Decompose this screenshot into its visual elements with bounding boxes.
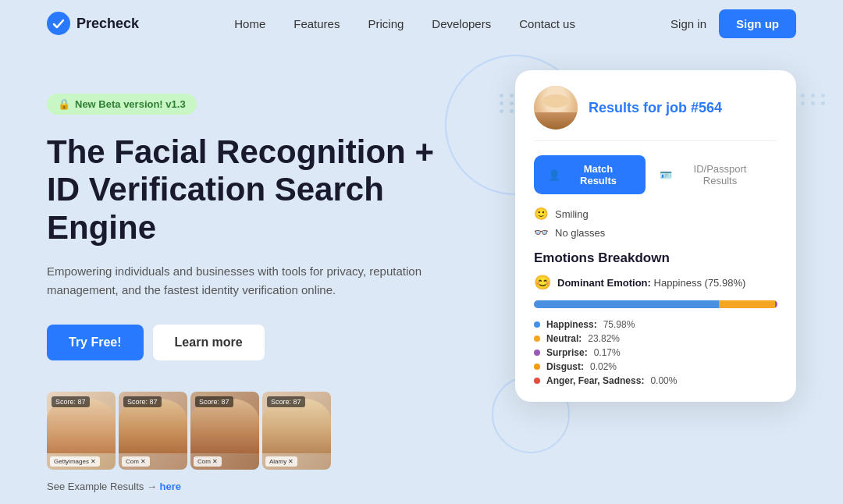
surprise-value: 0.17% — [594, 347, 621, 358]
avatar — [534, 86, 578, 130]
happiness-dot — [534, 321, 540, 328]
nav-contact[interactable]: Contact us — [519, 17, 575, 30]
badge-text: New Beta version! v1.3 — [75, 98, 186, 110]
results-card: Results for job #564 👤 Match Results 🪪 I… — [515, 70, 796, 402]
hero-section: 🔒 New Beta version! v1.3 The Facial Reco… — [0, 47, 843, 504]
happiness-value: 75.98% — [603, 319, 635, 330]
tab-id-results[interactable]: 🪪 ID/Passport Results — [646, 155, 777, 194]
smile-icon: 🙂 — [534, 207, 549, 221]
logo-text: Precheck — [76, 16, 139, 32]
source-badge-1: Gettyimages ✕ — [50, 456, 100, 467]
hero-buttons: Try Free! Learn more — [47, 325, 468, 360]
sample-image-3: Score: 87 Com ✕ — [190, 392, 259, 470]
nav-home[interactable]: Home — [234, 17, 265, 30]
attr-smiling: 🙂 Smiling — [534, 207, 777, 221]
job-title: Results for job #564 — [589, 100, 722, 116]
surprise-dot — [534, 350, 540, 356]
score-badge-4: Score: 87 — [267, 396, 305, 407]
card-header: Results for job #564 — [534, 86, 777, 141]
sample-image-2: Score: 87 Com ✕ — [119, 392, 187, 470]
hero-subtitle: Empowering individuals and businesses wi… — [47, 262, 422, 300]
tab-id-label: ID/Passport Results — [677, 163, 763, 186]
source-badge-3: Com ✕ — [194, 456, 222, 467]
hero-title: The Facial Recognition + ID Verification… — [47, 133, 468, 247]
anger-value: 0.00% — [650, 375, 677, 386]
score-badge-1: Score: 87 — [52, 396, 90, 407]
dominant-label: Dominant Emotion: — [557, 277, 651, 289]
emotion-neutral: Neutral: 23.82% — [534, 333, 777, 344]
dominant-value: Happiness (75.98%) — [654, 277, 746, 289]
navbar: Precheck Home Features Pricing Developer… — [0, 0, 843, 47]
disgust-label: Disgust: — [546, 361, 584, 372]
tab-match-label: Match Results — [565, 163, 631, 186]
emotion-happiness: Happiness: 75.98% — [534, 319, 777, 330]
glasses-icon: 👓 — [534, 225, 549, 240]
disgust-dot — [534, 364, 540, 370]
smiling-label: Smiling — [555, 208, 589, 220]
source-badge-2: Com ✕ — [122, 456, 150, 467]
user-icon: 👤 — [548, 169, 560, 181]
dominant-emotion-text: Dominant Emotion: Happiness (75.98%) — [557, 277, 745, 289]
dominant-emotion-row: 😊 Dominant Emotion: Happiness (75.98%) — [534, 274, 777, 291]
nav-links: Home Features Pricing Developers Contact… — [234, 17, 575, 30]
score-badge-3: Score: 87 — [195, 396, 233, 407]
title-line1: The Facial Recognition + — [47, 133, 434, 170]
happiness-label: Happiness: — [546, 319, 597, 330]
neutral-value: 23.82% — [588, 333, 620, 344]
logo-icon — [47, 12, 70, 35]
nav-pricing[interactable]: Pricing — [368, 17, 404, 30]
surprise-label: Surprise: — [546, 347, 588, 358]
logo[interactable]: Precheck — [47, 12, 139, 35]
anger-label: Anger, Fear, Sadness: — [546, 375, 644, 386]
dominant-emotion-icon: 😊 — [534, 274, 551, 291]
emotions-title: Emotions Breakdown — [534, 250, 777, 266]
hero-left: 🔒 New Beta version! v1.3 The Facial Reco… — [47, 78, 468, 492]
signin-button[interactable]: Sign in — [670, 17, 706, 30]
source-badge-4: Alamy ✕ — [265, 456, 297, 467]
anger-dot — [534, 378, 540, 384]
card-tabs: 👤 Match Results 🪪 ID/Passport Results — [534, 155, 777, 194]
badge-icon: 🔒 — [58, 98, 70, 110]
emotion-disgust: Disgust: 0.02% — [534, 361, 777, 372]
sample-images: Score: 87 Gettyimages ✕ Score: 87 Com ✕ … — [47, 392, 468, 470]
signup-button[interactable]: Sign up — [719, 9, 796, 38]
see-example: See Example Results → here — [47, 481, 468, 492]
progress-happiness — [534, 300, 719, 308]
no-glasses-label: No glasses — [555, 227, 605, 239]
nav-features[interactable]: Features — [293, 17, 340, 30]
nav-developers[interactable]: Developers — [432, 17, 491, 30]
see-example-text: See Example Results → — [47, 481, 157, 492]
progress-neutral — [719, 300, 775, 308]
learn-more-button[interactable]: Learn more — [153, 325, 265, 360]
see-example-link[interactable]: here — [160, 481, 181, 492]
emotion-list: Happiness: 75.98% Neutral: 23.82% Surpri… — [534, 319, 777, 386]
nav-actions: Sign in Sign up — [670, 9, 796, 38]
progress-other — [775, 300, 777, 308]
title-line2: ID Verification Search Engine — [47, 171, 384, 245]
try-free-button[interactable]: Try Free! — [47, 325, 144, 360]
disgust-value: 0.02% — [590, 361, 617, 372]
sample-image-4: Score: 87 Alamy ✕ — [262, 392, 331, 470]
emotion-surprise: Surprise: 0.17% — [534, 347, 777, 358]
emotion-anger: Anger, Fear, Sadness: 0.00% — [534, 375, 777, 386]
id-icon: 🪪 — [660, 169, 672, 181]
hero-right: Results for job #564 👤 Match Results 🪪 I… — [515, 70, 796, 402]
sample-image-1: Score: 87 Gettyimages ✕ — [47, 392, 116, 470]
emotions-progress-bar — [534, 300, 777, 308]
tab-match-results[interactable]: 👤 Match Results — [534, 155, 646, 194]
attr-no-glasses: 👓 No glasses — [534, 225, 777, 240]
beta-badge: 🔒 New Beta version! v1.3 — [47, 94, 197, 115]
neutral-label: Neutral: — [546, 333, 582, 344]
neutral-dot — [534, 335, 540, 342]
score-badge-2: Score: 87 — [123, 396, 162, 407]
